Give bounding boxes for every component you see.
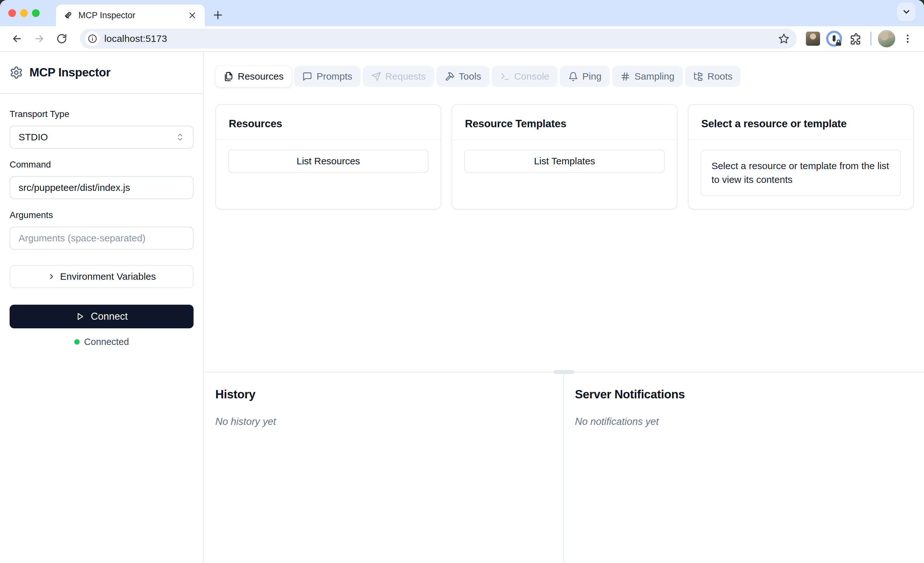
extension-portrait-icon[interactable] — [804, 29, 822, 48]
bell-icon — [568, 72, 578, 81]
url-text[interactable]: localhost:5173 — [104, 33, 772, 44]
files-icon — [224, 72, 234, 81]
connect-label: Connect — [91, 311, 128, 322]
new-tab-button[interactable] — [208, 6, 227, 24]
back-button[interactable] — [7, 29, 27, 49]
tab-resources[interactable]: Resources — [215, 66, 292, 87]
app-title: MCP Inspector — [29, 66, 110, 79]
history-panel: History No history yet — [204, 373, 564, 563]
command-label: Command — [10, 160, 194, 170]
chevron-right-icon — [47, 273, 56, 281]
url-bar[interactable]: localhost:5173 — [80, 29, 796, 49]
environment-variables-label: Environment Variables — [60, 271, 156, 282]
forward-button[interactable] — [29, 29, 49, 49]
notifications-title: Server Notifications — [575, 388, 912, 401]
sidebar-form: Transport Type STDIO Command Arguments E… — [0, 94, 203, 347]
card-title: Resources — [216, 105, 441, 140]
card-resource-templates: Resource Templates List Templates — [452, 104, 677, 210]
tab-prompts[interactable]: Prompts — [294, 66, 361, 87]
plus-icon — [213, 10, 224, 21]
arguments-input[interactable] — [18, 233, 184, 244]
command-input[interactable] — [18, 182, 184, 193]
tab-label: Resources — [238, 71, 284, 82]
card-resource-preview: Select a resource or template Select a r… — [688, 104, 914, 210]
transport-select-value: STDIO — [18, 132, 48, 142]
window-close-button[interactable] — [8, 9, 16, 17]
site-info-icon[interactable] — [85, 31, 100, 46]
extensions-puzzle-icon[interactable] — [846, 29, 864, 48]
play-icon — [75, 312, 85, 321]
card-title: Select a resource or template — [688, 105, 913, 140]
chevron-down-icon — [902, 7, 911, 16]
sidebar: MCP Inspector Transport Type STDIO Comma… — [0, 52, 204, 563]
arrow-left-icon — [11, 33, 23, 45]
kebab-menu-icon — [902, 33, 913, 44]
connect-button[interactable]: Connect — [10, 305, 194, 328]
bookmark-button[interactable] — [776, 31, 792, 46]
window-controls — [8, 9, 40, 17]
hammer-icon — [445, 72, 454, 81]
tab-console[interactable]: Console — [492, 66, 558, 87]
command-field — [10, 176, 194, 199]
server-notifications-panel: Server Notifications No notifications ye… — [564, 373, 924, 563]
toolbar-separator — [870, 31, 872, 46]
send-icon — [371, 72, 381, 81]
main-area: Resources Prompts Requests Tools — [204, 52, 924, 563]
card-title: Resource Templates — [452, 105, 676, 140]
hash-icon — [620, 72, 630, 81]
window-minimize-button[interactable] — [20, 9, 28, 17]
reload-button[interactable] — [52, 29, 72, 49]
browser-tabstrip: MCP Inspector — [0, 0, 924, 26]
lock-icon — [835, 39, 842, 47]
tab-label: Sampling — [634, 71, 675, 82]
sidebar-header: MCP Inspector — [0, 52, 203, 94]
tab-search-button[interactable] — [897, 3, 916, 21]
arguments-field — [10, 227, 194, 250]
onepassword-icon[interactable] — [825, 29, 843, 48]
browser-window: MCP Inspector localhost:5173 — [0, 0, 924, 563]
tab-tools[interactable]: Tools — [436, 66, 489, 87]
top-pane: Resources Prompts Requests Tools — [204, 52, 924, 372]
history-empty-text: No history yet — [215, 416, 552, 427]
bottom-panes: History No history yet Server Notificati… — [204, 373, 924, 563]
tab-label: Roots — [707, 71, 732, 82]
chevrons-up-down-icon — [176, 133, 184, 142]
tab-title: MCP Inspector — [78, 10, 182, 21]
connection-status: Connected — [10, 337, 194, 347]
history-title: History — [215, 388, 552, 401]
tab-requests[interactable]: Requests — [363, 66, 434, 87]
card-resources: Resources List Resources — [215, 104, 441, 210]
tab-close-button[interactable] — [187, 10, 198, 21]
folder-tree-icon — [693, 72, 703, 81]
arguments-label: Arguments — [10, 210, 194, 220]
terminal-icon — [500, 72, 510, 81]
gear-icon — [10, 66, 23, 79]
divider-drag-handle[interactable] — [554, 370, 574, 374]
list-templates-button[interactable]: List Templates — [464, 150, 664, 173]
tab-roots[interactable]: Roots — [685, 66, 741, 87]
transport-select[interactable]: STDIO — [10, 126, 194, 149]
star-icon — [778, 33, 790, 45]
close-icon — [188, 11, 196, 19]
tab-label: Prompts — [316, 71, 352, 82]
notifications-empty-text: No notifications yet — [575, 416, 912, 427]
profile-avatar[interactable] — [877, 29, 896, 48]
tab-label: Tools — [459, 71, 481, 82]
tab-list: Resources Prompts Requests Tools — [215, 66, 914, 87]
environment-variables-button[interactable]: Environment Variables — [10, 265, 194, 288]
list-resources-button[interactable]: List Resources — [228, 150, 428, 173]
tab-label: Ping — [582, 71, 602, 82]
mcp-logo-icon — [63, 10, 73, 21]
status-dot-icon — [74, 339, 80, 344]
tab-sampling[interactable]: Sampling — [612, 66, 683, 87]
window-zoom-button[interactable] — [32, 9, 40, 17]
tab-label: Requests — [385, 71, 426, 82]
browser-menu-button[interactable] — [898, 29, 917, 48]
browser-tab[interactable]: MCP Inspector — [56, 4, 205, 26]
avatar — [878, 30, 895, 47]
tab-ping[interactable]: Ping — [560, 66, 610, 87]
arrow-right-icon — [34, 33, 45, 45]
reload-icon — [56, 33, 68, 45]
status-label: Connected — [84, 337, 129, 347]
pane-divider — [204, 372, 924, 373]
